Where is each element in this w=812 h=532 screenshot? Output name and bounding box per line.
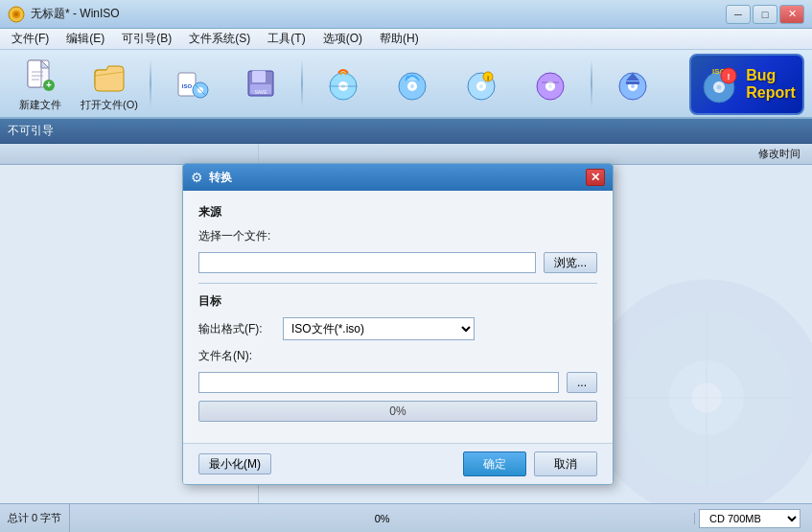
restore-btn[interactable]: □ [753,5,777,24]
convert-dialog: ⚙ 转换 ✕ 来源 选择一个文件: 浏览... 目标 [182,163,614,485]
title-bar-left: 无标题* - WinISO [8,6,120,23]
menu-tools[interactable]: 工具(T) [260,29,313,49]
eject-btn[interactable] [600,54,665,113]
new-file-btn[interactable]: + 新建文件 [8,54,73,113]
svg-text:i: i [487,74,489,82]
target-section-label: 目标 [198,293,597,310]
info-icon: i [462,64,500,103]
close-btn[interactable]: ✕ [779,5,804,24]
dialog-action-buttons: 确定 取消 [463,451,597,476]
svg-text:SAVE: SAVE [255,89,268,95]
source-file-input[interactable] [198,252,536,273]
menu-bar: 文件(F) 编辑(E) 可引导(B) 文件系统(S) 工具(T) 选项(O) 帮… [0,29,812,50]
burn-btn[interactable] [311,54,376,113]
window-title: 无标题* - WinISO [31,6,120,22]
source-file-row: 选择一个文件: [198,228,597,244]
svg-point-2 [14,12,18,16]
status-total: 总计 0 字节 [8,504,70,532]
dialog-overlay: ⚙ 转换 ✕ 来源 选择一个文件: 浏览... 目标 [0,144,812,503]
menu-help[interactable]: 帮助(H) [372,29,427,49]
cancel-btn[interactable]: 取消 [534,451,597,476]
toolbar: + 新建文件 打开文件(O) ISO [0,50,812,119]
filename-label-row: 文件名(N): [198,348,597,364]
svg-text:+: + [46,80,52,90]
toolbar-separator-3 [591,59,592,107]
source-section-label: 来源 [198,204,597,220]
svg-text:ISO: ISO [182,83,193,89]
progress-text: 0% [389,405,406,418]
extract-icon: ISO [173,64,211,103]
dialog-title-left: ⚙ 转换 [191,170,232,186]
sub-toolbar: 不可引导 [0,119,812,144]
title-bar: 无标题* - WinISO ─ □ ✕ [0,0,812,29]
dialog-footer: 最小化(M) 确定 取消 [183,443,613,484]
save-icon: SAVE [242,64,280,103]
disc-type-select[interactable]: CD 700MB DVD 4.7GB DVD 8.5GB BD 25GB [699,509,800,528]
separator-1 [198,283,597,284]
svg-rect-18 [252,71,266,82]
menu-edit[interactable]: 编辑(E) [58,29,112,49]
output-format-label: 输出格式(F): [198,321,275,337]
main-area: 修改时间 ⚙ 转换 ✕ 来源 [0,144,812,503]
svg-rect-40 [626,81,639,84]
dialog-close-btn[interactable]: ✕ [586,169,605,186]
toolbar-separator-2 [301,59,303,107]
convert-icon [393,64,431,103]
svg-point-30 [479,84,483,88]
progress-bar: 0% [198,401,597,422]
bug-report-line1: Bug [746,67,796,84]
sub-toolbar-label: 不可引导 [8,123,54,139]
dialog-body: 来源 选择一个文件: 浏览... 目标 输出格式(F): ISO文件(*.iso… [183,191,613,443]
filename-browse-btn[interactable]: ... [567,372,597,393]
filename-label: 文件名(N): [198,348,275,364]
status-right: CD 700MB DVD 4.7GB DVD 8.5GB BD 25GB [695,509,804,528]
bug-report-icon: ISO ! [698,62,740,107]
app-icon [8,6,25,23]
dialog-title-icon: ⚙ [191,170,203,185]
ok-btn[interactable]: 确定 [463,451,526,476]
minimize-btn[interactable]: ─ [726,5,751,24]
svg-point-35 [548,84,552,88]
menu-bootable[interactable]: 可引导(B) [114,29,179,49]
extract-btn[interactable]: ISO [159,54,224,113]
title-controls: ─ □ ✕ [726,5,804,24]
svg-rect-4 [28,60,41,87]
burn-icon [324,64,362,103]
bug-report-line2: Report [746,84,796,102]
dialog-title-text: 转换 [209,170,232,186]
open-file-icon [90,56,128,94]
minimize-dialog-btn[interactable]: 最小化(M) [198,453,271,474]
new-file-icon: + [21,56,59,94]
new-file-label: 新建文件 [19,98,61,112]
bug-report-text-container: Bug Report [746,67,796,101]
menu-filesystem[interactable]: 文件系统(S) [181,29,258,49]
eject-icon [614,64,652,103]
bug-report-btn[interactable]: ISO ! Bug Report [689,54,804,115]
source-file-label: 选择一个文件: [198,228,275,244]
filename-input[interactable] [198,372,559,393]
settings-btn[interactable] [518,54,583,113]
menu-file[interactable]: 文件(F) [4,29,57,49]
status-progress: 0% [70,513,695,524]
toolbar-separator-1 [150,59,151,107]
svg-point-27 [410,84,414,88]
open-file-btn[interactable]: 打开文件(O) [77,54,142,113]
output-format-select[interactable]: ISO文件(*.iso) BIN文件(*.bin) NRG文件(*.nrg) [283,317,475,340]
dialog-title-bar: ⚙ 转换 ✕ [183,164,613,191]
menu-options[interactable]: 选项(O) [315,29,370,49]
convert-btn[interactable] [380,54,445,113]
open-file-label: 打开文件(O) [81,98,138,112]
svg-point-38 [631,84,635,88]
info-btn[interactable]: i [449,54,514,113]
svg-point-43 [717,84,722,89]
save-btn[interactable]: SAVE [228,54,293,113]
settings-icon [531,64,569,103]
output-format-row: 输出格式(F): ISO文件(*.iso) BIN文件(*.bin) NRG文件… [198,317,597,340]
status-bar: 总计 0 字节 0% CD 700MB DVD 4.7GB DVD 8.5GB … [0,503,812,532]
browse-btn[interactable]: 浏览... [544,252,597,273]
svg-text:!: ! [728,72,731,81]
source-file-input-row: 浏览... [198,252,597,273]
filename-input-row: ... [198,372,597,393]
